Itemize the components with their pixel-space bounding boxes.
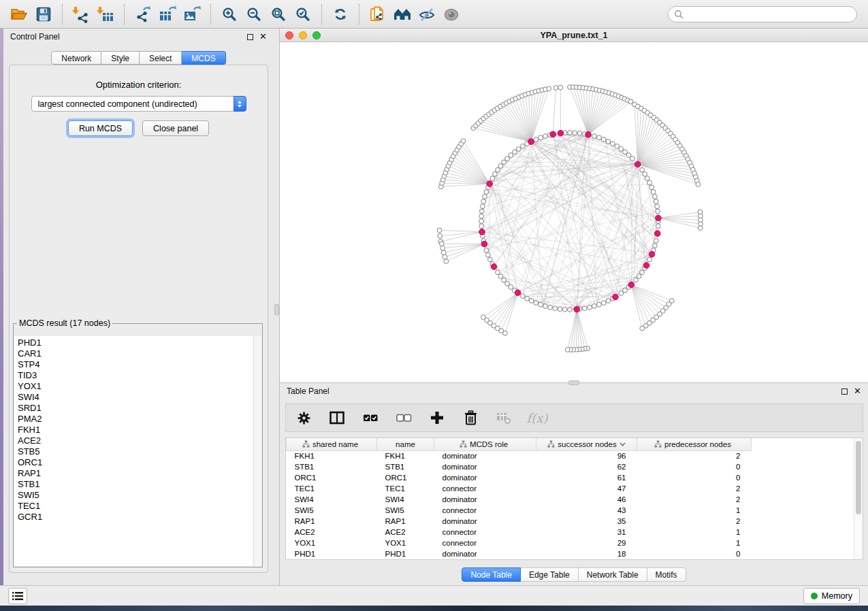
graph-node[interactable] <box>440 246 445 250</box>
graph-node[interactable] <box>640 270 645 275</box>
graph-hub-node[interactable] <box>628 282 634 288</box>
mcds-result-item[interactable]: PHD1 <box>14 337 253 348</box>
tab-edge-table[interactable]: Edge Table <box>521 567 579 582</box>
graph-node[interactable] <box>654 199 658 204</box>
mcds-list-scrollbar[interactable] <box>253 336 261 566</box>
graph-node[interactable] <box>502 160 507 165</box>
graph-node[interactable] <box>529 299 534 303</box>
mcds-result-item[interactable]: STP4 <box>14 359 253 370</box>
mcds-result-item[interactable]: RAP1 <box>14 468 253 479</box>
graph-node[interactable] <box>592 304 597 309</box>
graph-hub-node[interactable] <box>515 290 521 296</box>
graph-node[interactable] <box>490 176 495 181</box>
horizontal-splitter-grip[interactable] <box>568 380 579 385</box>
graph-node[interactable] <box>440 242 445 246</box>
graph-hub-node[interactable] <box>574 306 580 312</box>
graph-node[interactable] <box>479 209 484 214</box>
graph-hub-node[interactable] <box>491 264 497 270</box>
graph-node[interactable] <box>480 204 485 209</box>
graph-node[interactable] <box>606 299 611 303</box>
graph-node[interactable] <box>653 195 658 199</box>
delete-columns-trash-icon[interactable] <box>462 409 479 427</box>
graph-node[interactable] <box>626 153 631 158</box>
graph-node[interactable] <box>634 278 639 282</box>
tab-style[interactable]: Style <box>101 51 140 65</box>
network-canvas[interactable] <box>280 42 867 381</box>
graph-node[interactable] <box>484 190 489 195</box>
graph-node[interactable] <box>588 305 592 310</box>
graph-hub-node[interactable] <box>613 294 619 300</box>
graph-node[interactable] <box>647 180 652 185</box>
show-columns-icon[interactable] <box>328 409 346 427</box>
graph-node[interactable] <box>573 131 577 135</box>
graph-node[interactable] <box>520 144 525 149</box>
graph-node[interactable] <box>516 147 521 152</box>
float-panel-icon[interactable] <box>841 389 848 395</box>
graph-node[interactable] <box>619 291 624 296</box>
table-row[interactable]: ORC1ORC1dominator610 <box>287 472 854 483</box>
graph-node[interactable] <box>481 315 485 320</box>
graph-node[interactable] <box>568 308 573 312</box>
graph-node[interactable] <box>577 131 582 135</box>
graph-node[interactable] <box>698 226 703 231</box>
graph-node[interactable] <box>487 257 492 262</box>
first-neighbors-button[interactable] <box>390 3 415 26</box>
graph-node[interactable] <box>643 171 647 176</box>
create-column-plus-icon[interactable] <box>428 409 446 427</box>
mcds-result-item[interactable]: SWI4 <box>14 392 253 403</box>
graph-hub-node[interactable] <box>479 229 485 235</box>
graph-node[interactable] <box>438 233 443 238</box>
export-network-button[interactable] <box>131 3 155 26</box>
table-row[interactable]: RAP1RAP1dominator352 <box>287 516 854 527</box>
table-scrollbar[interactable] <box>854 438 863 559</box>
tab-motifs[interactable]: Motifs <box>647 567 686 582</box>
graph-node[interactable] <box>444 259 449 264</box>
graph-node[interactable] <box>543 304 548 309</box>
mcds-result-item[interactable]: TID3 <box>14 370 253 381</box>
graph-node[interactable] <box>654 239 658 244</box>
table-scrollbar-thumb[interactable] <box>856 441 861 514</box>
graph-node[interactable] <box>443 254 447 259</box>
show-all-button[interactable] <box>439 3 464 26</box>
mcds-result-item[interactable]: SRD1 <box>14 403 253 414</box>
graph-node[interactable] <box>548 305 553 310</box>
graph-node[interactable] <box>653 244 658 248</box>
graph-node[interactable] <box>539 135 543 140</box>
optimization-criterion-select[interactable]: largest connected component (undirected) <box>31 96 246 112</box>
graph-hub-node[interactable] <box>643 263 649 269</box>
search-input[interactable] <box>687 10 851 19</box>
graph-node[interactable] <box>696 182 701 187</box>
mcds-result-item[interactable]: ORC1 <box>14 457 253 468</box>
graph-node[interactable] <box>615 144 620 149</box>
save-session-button[interactable] <box>31 3 56 26</box>
graph-node[interactable] <box>498 164 503 169</box>
graph-hub-node[interactable] <box>528 139 534 145</box>
graph-node[interactable] <box>553 86 558 90</box>
column-header-successor-nodes[interactable]: successor nodes <box>536 438 637 450</box>
float-panel-icon[interactable] <box>247 34 253 40</box>
tab-mcds[interactable]: MCDS <box>182 51 225 65</box>
graph-node[interactable] <box>461 139 466 144</box>
graph-node[interactable] <box>496 167 500 172</box>
graph-node[interactable] <box>623 288 628 293</box>
graph-node[interactable] <box>553 306 558 311</box>
graph-hub-node[interactable] <box>550 131 556 137</box>
graph-node[interactable] <box>483 195 487 199</box>
graph-node[interactable] <box>655 204 660 209</box>
zoom-selected-button[interactable] <box>291 3 315 26</box>
hide-selected-button[interactable] <box>415 3 439 26</box>
column-header-MCDS-role[interactable]: MCDS role <box>434 438 536 450</box>
graph-hub-node[interactable] <box>585 132 592 138</box>
table-row[interactable]: YOX1YOX1connector291 <box>287 538 854 548</box>
task-history-button[interactable] <box>8 588 27 604</box>
graph-node[interactable] <box>640 167 645 172</box>
mcds-result-item[interactable]: FKH1 <box>14 425 253 435</box>
import-table-button[interactable] <box>93 3 118 26</box>
graph-node[interactable] <box>534 137 539 142</box>
table-row[interactable]: SWI5SWI5connector431 <box>287 505 854 516</box>
graph-node[interactable] <box>565 348 570 352</box>
graph-node[interactable] <box>505 282 510 286</box>
tab-node-table[interactable]: Node Table <box>462 567 521 582</box>
graph-node[interactable] <box>496 270 500 275</box>
open-file-button[interactable] <box>7 3 31 26</box>
